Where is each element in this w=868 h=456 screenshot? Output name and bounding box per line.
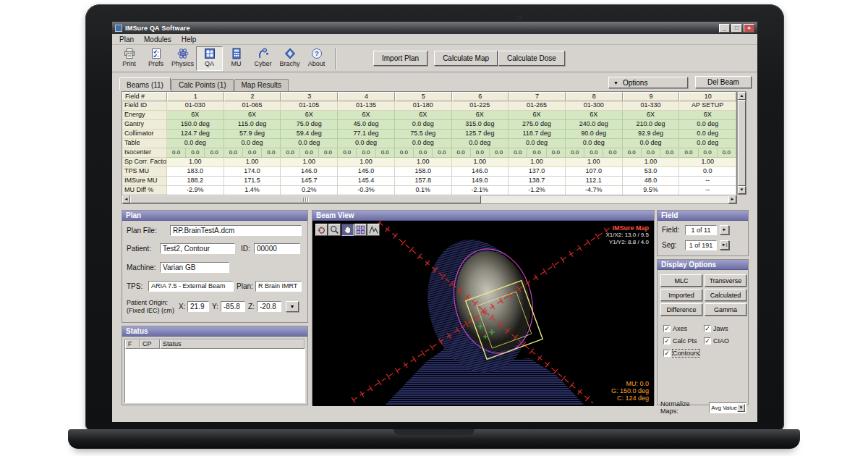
machine-label: Machine:: [127, 263, 156, 271]
calculate-map-button[interactable]: Calculate Map: [434, 51, 498, 66]
normalize-row: Normalize Maps: Avg Value ▼: [660, 400, 746, 415]
normalize-label: Normalize Maps:: [660, 400, 707, 415]
status-list: FCPStatus: [124, 339, 305, 403]
display-transverse-button[interactable]: Transverse: [705, 274, 746, 287]
toolbar-print-button[interactable]: Print: [116, 46, 142, 71]
id-field[interactable]: 00000: [254, 243, 300, 254]
plan-name-field[interactable]: R Brain IMRT: [255, 281, 302, 292]
options-button[interactable]: ▼ Options: [608, 77, 688, 88]
status-columns: FCPStatus: [125, 339, 305, 349]
menu-modules[interactable]: Modules: [139, 35, 176, 44]
laptop-camera: [518, 16, 522, 20]
pan-tool[interactable]: [341, 224, 354, 236]
checkbox-box-icon: ✓: [704, 337, 711, 345]
table-horizontal-scrollbar[interactable]: ◄ ►: [122, 195, 737, 204]
toolbar-mu-button[interactable]: MU: [223, 46, 250, 71]
display-options-panel: Display Options MLCTransverseImportedCal…: [657, 259, 749, 405]
window-title: IMSure QA Software: [125, 25, 719, 32]
profile-tool[interactable]: [367, 224, 380, 236]
table-row-table: Table0.0 deg0.0 deg0.0 deg0.0 deg0.0 deg…: [122, 139, 736, 148]
beams-table-area: Field #12345678910Field ID01-03001-06501…: [122, 91, 746, 204]
table-header-row: Field #12345678910: [122, 92, 736, 101]
toolbar-about-button[interactable]: ?About: [303, 46, 330, 71]
patient-field[interactable]: Test2, Contour: [160, 243, 235, 254]
plan-file-field[interactable]: RP.BrainTestA.dcm: [170, 225, 302, 236]
normalize-select[interactable]: Avg Value ▼: [709, 402, 746, 413]
beam-view-panel: Beam View: [312, 210, 655, 405]
maximize-button[interactable]: □: [731, 24, 742, 33]
machine-field[interactable]: Varian GB: [160, 262, 229, 273]
scroll-up-icon[interactable]: ▲: [738, 92, 746, 100]
horizontal-scroll-thumb[interactable]: [130, 195, 481, 203]
tps-label: TPS:: [127, 282, 142, 290]
table-row-imsure-mu: IMSure MU188.2171.5145.7145.4157.8149.01…: [122, 177, 736, 186]
close-button[interactable]: ×: [744, 24, 754, 33]
seg-spin_last-button[interactable]: ►|: [720, 240, 729, 250]
plan-panel: Plan Plan File: RP.BrainTestA.dcm Patien…: [122, 210, 308, 323]
tab-map-results[interactable]: Map Results: [234, 79, 289, 91]
menu-plan[interactable]: Plan: [114, 35, 139, 44]
toolbar-cyber-button[interactable]: Cyber: [250, 46, 276, 71]
menu-help[interactable]: Help: [176, 35, 202, 44]
checkbox-contours[interactable]: ✓Contours: [663, 350, 704, 357]
scroll-right-icon[interactable]: ►: [728, 195, 736, 203]
action-buttons: Import PlanCalculate MapCalculate Dose: [373, 51, 566, 66]
display-calculated-button[interactable]: Calculated: [705, 289, 746, 301]
table-row-tps-mu: TPS MU183.0174.0146.0145.0158.0146.0137.…: [122, 167, 736, 177]
x-label: X:: [179, 303, 185, 311]
patient-origin-units: (Fixed IEC) (cm): [127, 307, 174, 314]
field-spin_next-button[interactable]: ►: [720, 225, 729, 235]
beam-view-body: IMSure Map X1/X2: 13.0 / 9.5 Y1/Y2: 8.8 …: [312, 221, 654, 406]
tab-calc-points-1[interactable]: Calc Points (1): [171, 79, 234, 91]
beam-render-canvas[interactable]: [312, 221, 654, 405]
rotate-tool[interactable]: [315, 224, 328, 236]
checkbox-ciao[interactable]: ✓CIAO: [704, 337, 744, 345]
display-difference-button[interactable]: Difference: [660, 303, 702, 316]
toolbar-separator: [335, 48, 336, 69]
patient-label: Patient:: [127, 245, 151, 253]
prefs-icon: [150, 48, 162, 59]
z-field[interactable]: -20.8: [257, 301, 281, 312]
vertical-scroll-thumb[interactable]: [738, 100, 746, 186]
checkbox-axes[interactable]: ✓Axes: [663, 325, 704, 332]
table-row-field-id: Field ID01-03001-06501-10501-13501-18001…: [122, 101, 736, 111]
zoom-tool[interactable]: [328, 224, 341, 236]
x-field[interactable]: 21.9: [187, 301, 209, 312]
display-gamma-button[interactable]: Gamma: [705, 303, 746, 316]
origin-dropdown-button[interactable]: ▼: [286, 301, 299, 312]
page-background: IMSure QA Software _□× PlanModulesHelp P…: [0, 0, 868, 456]
toolbar-qa-button[interactable]: QA: [196, 46, 223, 71]
scroll-left-icon[interactable]: ◄: [122, 195, 130, 203]
y-field[interactable]: -85.8: [221, 301, 245, 312]
x-jaws-readout: X1/X2: 13.0 / 9.5: [605, 232, 649, 239]
beam-view-toolbar: [315, 224, 380, 236]
printer-icon: [124, 48, 135, 59]
calculate-dose-button[interactable]: Calculate Dose: [498, 51, 565, 66]
import-plan-button[interactable]: Import Plan: [373, 51, 427, 66]
display-options-header: Display Options: [658, 260, 748, 270]
physics-icon: [177, 48, 189, 59]
scroll-down-icon[interactable]: ▼: [738, 186, 746, 194]
brachy-icon: [284, 48, 296, 59]
grid-tool[interactable]: [354, 224, 367, 236]
table-vertical-scrollbar[interactable]: ▲ ▼: [737, 91, 746, 195]
display-mlc-button[interactable]: MLC: [660, 274, 702, 287]
plan-name-label: Plan:: [237, 282, 253, 290]
toolbar-brachy-button[interactable]: Brachy: [276, 46, 303, 71]
tab-beams-11[interactable]: Beams (11): [119, 77, 171, 90]
checkbox-jaws[interactable]: ✓Jaws: [704, 325, 744, 332]
display-imported-button[interactable]: Imported: [660, 289, 702, 301]
id-label: ID:: [241, 245, 250, 253]
toolbar-physics-button[interactable]: Physics: [169, 46, 196, 71]
plan-panel-body: Plan File: RP.BrainTestA.dcm Patient: Te…: [122, 221, 307, 323]
field-panel: Field Field: 1 of 11 ◄► Seg: 1 of 191 ◄►…: [657, 210, 749, 256]
collimator-readout: C: 124 deg: [611, 394, 649, 402]
del-beam-button[interactable]: Del Beam: [695, 76, 752, 88]
tps-field[interactable]: ARIA 7.5 - External Beam: [148, 281, 234, 292]
patient-origin-label: Patient Origin:: [127, 299, 168, 306]
plan-file-label: Plan File:: [127, 227, 157, 235]
toolbar-prefs-button[interactable]: Prefs: [142, 46, 169, 71]
minimize-button[interactable]: _: [719, 24, 730, 33]
checkbox-calc-pts[interactable]: ✓Calc Pts: [663, 337, 704, 345]
display-checkboxes: ✓Axes✓Jaws✓Calc Pts✓CIAO✓Contours: [663, 325, 747, 357]
